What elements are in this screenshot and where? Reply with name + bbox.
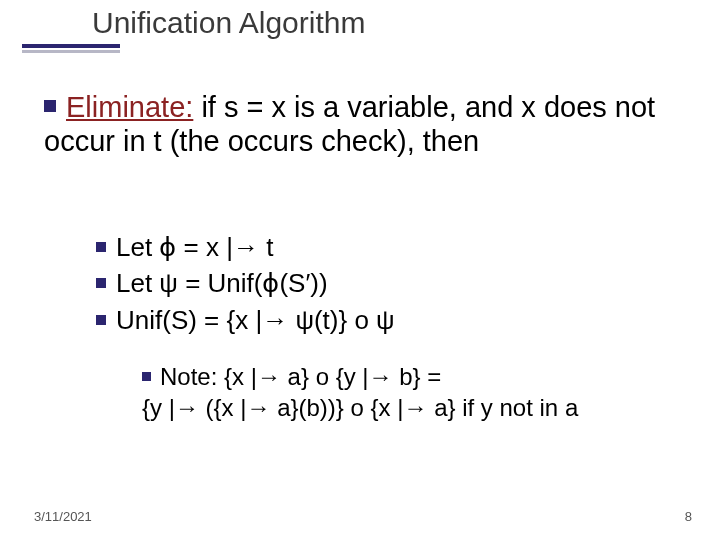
slide-title: Unification Algorithm <box>92 6 365 40</box>
bullet-icon <box>96 315 106 325</box>
note-bullet: Note: {x |→ a} o {y |→ b} = {y |→ ({x |→… <box>142 362 694 423</box>
sub-bullet-1-text: Let ϕ = x |→ t <box>116 232 273 262</box>
main-bullet: Eliminate: if s = x is a variable, and x… <box>44 90 690 158</box>
sub-bullet-list: Let ϕ = x |→ t Let ψ = Unif(ϕ(S′)) Unif(… <box>96 230 690 339</box>
bullet-icon <box>96 278 106 288</box>
sub-bullet-2: Let ψ = Unif(ϕ(S′)) <box>96 266 690 300</box>
bullet-icon <box>44 100 56 112</box>
bullet-icon <box>96 242 106 252</box>
sub-bullet-3-text: Unif(S) = {x |→ ψ(t)} o ψ <box>116 305 395 335</box>
note-line-1: Note: {x |→ a} o {y |→ b} = <box>160 363 441 390</box>
footer-page-number: 8 <box>685 509 692 524</box>
sub-bullet-2-text: Let ψ = Unif(ϕ(S′)) <box>116 268 328 298</box>
slide: Unification Algorithm Eliminate: if s = … <box>0 0 720 540</box>
eliminate-word: Eliminate: <box>66 91 193 123</box>
bullet-icon <box>142 372 151 381</box>
sub-bullet-1: Let ϕ = x |→ t <box>96 230 690 264</box>
note-line-2: {y |→ ({x |→ a}(b))} o {x |→ a} if y not… <box>142 394 578 421</box>
title-underline <box>22 44 120 48</box>
footer-date: 3/11/2021 <box>34 509 92 524</box>
sub-bullet-3: Unif(S) = {x |→ ψ(t)} o ψ <box>96 303 690 337</box>
title-underline-shadow <box>22 50 120 53</box>
